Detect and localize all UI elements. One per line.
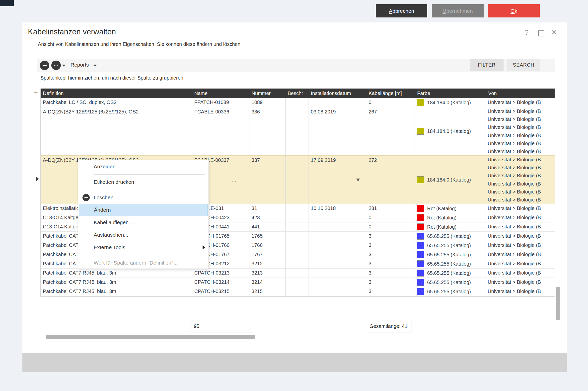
cell-farbe: 184.184.0 (Katalog) bbox=[415, 156, 486, 204]
table-row[interactable]: Patchkabel CAT7 RJ45, blau, 3m CPATCH-03… bbox=[41, 287, 555, 296]
menu-item-label: Externe Tools bbox=[94, 244, 125, 250]
color-label: 65.65.255 (Katalog) bbox=[427, 287, 471, 296]
cell-laenge: 3 bbox=[366, 269, 415, 278]
color-label: 65.65.255 (Katalog) bbox=[427, 260, 471, 268]
close-icon[interactable]: ✕ bbox=[551, 28, 557, 37]
color-swatch bbox=[417, 128, 424, 135]
cell-von: Universität > Biologie (B bbox=[486, 204, 555, 213]
maximize-icon[interactable] bbox=[538, 30, 544, 36]
column-header-beschr[interactable]: Beschr bbox=[286, 89, 309, 98]
color-swatch bbox=[417, 270, 424, 277]
menu-item-anzeigen[interactable]: Anzeigen bbox=[78, 160, 209, 173]
date-dropdown-icon[interactable] bbox=[356, 179, 360, 181]
cell-nummer: 337 bbox=[249, 156, 286, 204]
cell-definition: A-DQ(ZN)B2Y 12E9/125 (6x2E9/125), OS2 bbox=[41, 107, 192, 155]
name-editor-ellipsis-button[interactable]: … bbox=[231, 176, 237, 184]
filter-button[interactable]: FILTER bbox=[470, 59, 504, 71]
cell-datum bbox=[308, 222, 366, 231]
cell-laenge: 0 bbox=[366, 222, 415, 231]
reports-caret-icon[interactable] bbox=[94, 65, 97, 67]
color-label: 65.65.255 (Katalog) bbox=[427, 241, 471, 250]
cell-laenge: 3 bbox=[366, 232, 415, 241]
horizontal-scrollbar[interactable] bbox=[46, 335, 255, 339]
cell-von: Universität > Biologie (B bbox=[486, 269, 555, 278]
reports-menu[interactable]: Reports bbox=[71, 62, 89, 68]
column-header-kabellaenge[interactable]: Kabellänge [m] bbox=[366, 89, 415, 98]
collapse-minus-button[interactable] bbox=[40, 61, 49, 70]
column-header-von[interactable]: Von bbox=[486, 89, 555, 98]
cell-beschr bbox=[286, 98, 309, 107]
search-button[interactable]: SEARCH bbox=[507, 59, 540, 71]
color-label: Rot (Katalog) bbox=[427, 213, 456, 222]
cell-beschr bbox=[286, 107, 309, 155]
column-header-definition[interactable]: Definition bbox=[41, 89, 192, 98]
header-pin-icon: ✳ bbox=[34, 90, 38, 96]
cell-datum bbox=[308, 232, 366, 241]
menu-item-etiketten-drucken[interactable]: Etiketten drucken bbox=[78, 176, 209, 188]
cell-farbe: Rot (Katalog) bbox=[415, 213, 486, 222]
cell-definition: Patchkabel CAT7 RJ45, blau, 3m bbox=[41, 269, 192, 278]
cell-name: FPATCH-01089 bbox=[192, 98, 249, 107]
cell-von: Universität > Biologie (B bbox=[486, 259, 555, 268]
menu-item-kabel-auflegen[interactable]: Kabel auflegen ... bbox=[78, 216, 209, 229]
cell-laenge: 0 bbox=[366, 213, 415, 222]
ok-button[interactable]: Ok bbox=[488, 4, 540, 17]
cell-farbe: 184.184.0 (Katalog) bbox=[415, 107, 486, 155]
cell-farbe: Rot (Katalog) bbox=[415, 204, 486, 213]
toolbar: ••• Reports FILTER SEARCH bbox=[37, 59, 555, 72]
color-swatch bbox=[417, 205, 424, 212]
cell-definition: Patchkabel LC / SC, duplex, OS2 bbox=[41, 98, 192, 107]
table-row[interactable]: Patchkabel CAT7 RJ45, blau, 3m CPATCH-03… bbox=[41, 278, 555, 287]
cell-laenge: 3 bbox=[366, 241, 415, 250]
cell-name: FCABLE-00336 bbox=[192, 107, 249, 155]
cell-farbe: 65.65.255 (Katalog) bbox=[415, 232, 486, 241]
cell-laenge: 3 bbox=[366, 278, 415, 287]
menu-item-externe-tools[interactable]: Externe Tools bbox=[78, 241, 209, 254]
table-row[interactable]: A-DQ(ZN)B2Y 12E9/125 (6x2E9/125), OS2 FC… bbox=[41, 107, 555, 155]
table-header: Definition Name Nummer Beschr Installati… bbox=[41, 89, 555, 98]
cell-nummer: 423 bbox=[249, 213, 286, 222]
cell-name: CPATCH-03215 bbox=[192, 287, 249, 296]
cell-von: Universität > Biologie (B bbox=[486, 241, 555, 250]
vertical-scrollbar[interactable] bbox=[556, 287, 560, 320]
cell-von: Universität > Biologie (B bbox=[486, 232, 555, 241]
cell-datum bbox=[308, 259, 366, 268]
table-row[interactable]: Patchkabel CAT7 RJ45, blau, 3m CPATCH-03… bbox=[41, 269, 555, 278]
cell-nummer: 3213 bbox=[249, 269, 286, 278]
menu-item-loeschen[interactable]: Löschen bbox=[78, 191, 209, 204]
background-app-corner bbox=[0, 0, 14, 6]
cell-beschr bbox=[286, 278, 309, 287]
cell-laenge: 3 bbox=[366, 259, 415, 268]
cancel-button[interactable]: Abbrechen bbox=[376, 4, 427, 17]
cell-von: Universität > Biologie (B bbox=[486, 98, 555, 107]
submenu-arrow-icon bbox=[203, 245, 205, 249]
menu-item-austauschen[interactable]: Austauschen... bbox=[78, 229, 209, 241]
context-menu: Anzeigen Etiketten drucken Löschen Änder… bbox=[78, 160, 209, 269]
menu-item-aendern[interactable]: Ändern bbox=[79, 204, 208, 216]
cell-datum: 10.10.2018 bbox=[308, 204, 366, 213]
cell-farbe: Rot (Katalog) bbox=[415, 222, 486, 231]
table-row[interactable]: Patchkabel LC / SC, duplex, OS2 FPATCH-0… bbox=[41, 98, 555, 107]
menu-item-label: Austauschen... bbox=[94, 232, 128, 238]
more-actions-caret-icon[interactable] bbox=[62, 65, 65, 67]
column-header-nummer[interactable]: Nummer bbox=[249, 89, 286, 98]
cell-nummer: 3212 bbox=[249, 259, 286, 268]
cell-beschr bbox=[286, 204, 309, 213]
cell-beschr bbox=[286, 259, 309, 268]
column-header-farbe[interactable]: Farbe bbox=[415, 89, 486, 98]
screen: Kabelinstanzen verwalten Ansicht von Kab… bbox=[0, 0, 588, 391]
cell-farbe: 65.65.255 (Katalog) bbox=[415, 269, 486, 278]
help-icon[interactable]: ? bbox=[525, 28, 529, 36]
footer-bar bbox=[22, 353, 567, 372]
color-label: 65.65.255 (Katalog) bbox=[427, 250, 471, 259]
more-actions-button[interactable]: ••• bbox=[51, 61, 61, 70]
color-swatch bbox=[417, 279, 424, 286]
column-header-installationsdatum[interactable]: Installationsdatum bbox=[308, 89, 366, 98]
cell-name: CPATCH-03214 bbox=[192, 278, 249, 287]
cell-laenge: 3 bbox=[366, 250, 415, 259]
cell-laenge: 3 bbox=[366, 287, 415, 296]
row-count-input[interactable] bbox=[191, 320, 251, 332]
delete-minus-icon bbox=[82, 194, 90, 201]
cell-datum bbox=[308, 250, 366, 259]
column-header-name[interactable]: Name bbox=[192, 89, 249, 98]
